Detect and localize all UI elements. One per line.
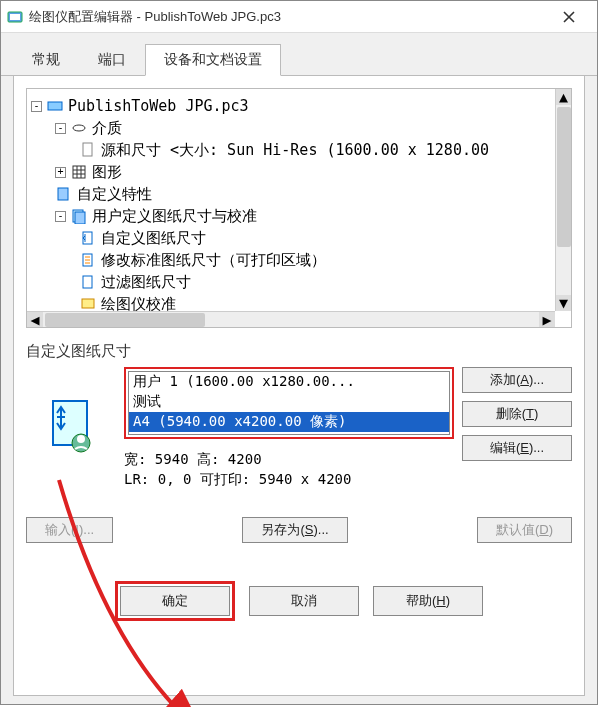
tree-root[interactable]: - PublishToWeb JPG.pc3: [31, 95, 567, 117]
tree-label: 修改标准图纸尺寸（可打印区域）: [101, 249, 326, 271]
plotter-icon: [46, 98, 64, 114]
settings-tree[interactable]: - PublishToWeb JPG.pc3 - 介质 源和尺寸 <大小: Su…: [26, 88, 572, 328]
import-button[interactable]: 输入(I)...: [26, 517, 113, 543]
tree-label: 介质: [92, 117, 122, 139]
close-icon[interactable]: [547, 2, 591, 32]
tree-label: 源和尺寸 <大小: Sun Hi-Res (1600.00 x 1280.00: [101, 139, 489, 161]
paper-edit-icon: [79, 252, 97, 268]
titlebar[interactable]: 绘图仪配置编辑器 - PublishToWeb JPG.pc3: [1, 1, 597, 33]
paper-dimensions-readout: 宽: 5940 高: 4200 LR: 0, 0 可打印: 5940 x 420…: [124, 449, 454, 489]
tree-label: 用户定义图纸尺寸与校准: [92, 205, 257, 227]
tab-bar: 常规 端口 设备和文档设置: [1, 33, 597, 76]
device-settings-panel: - PublishToWeb JPG.pc3 - 介质 源和尺寸 <大小: Su…: [13, 76, 585, 696]
plotter-config-window: 绘图仪配置编辑器 - PublishToWeb JPG.pc3 常规 端口 设备…: [0, 0, 598, 705]
collapse-icon[interactable]: -: [31, 101, 42, 112]
tree-media[interactable]: - 介质: [31, 117, 567, 139]
scroll-left-icon[interactable]: ◀: [27, 312, 43, 328]
ok-button[interactable]: 确定: [120, 586, 230, 616]
props-icon: [55, 186, 73, 202]
page-icon: [79, 142, 97, 158]
cancel-button[interactable]: 取消: [249, 586, 359, 616]
tree-label: 过滤图纸尺寸: [101, 271, 191, 293]
tree-label: 图形: [92, 161, 122, 183]
custom-paper-section-label: 自定义图纸尺寸: [26, 342, 572, 361]
svg-rect-5: [73, 166, 85, 178]
collapse-icon[interactable]: -: [55, 211, 66, 222]
delete-button[interactable]: 删除(T): [462, 401, 572, 427]
tree-label: PublishToWeb JPG.pc3: [68, 95, 249, 117]
svg-point-3: [73, 125, 85, 131]
list-item[interactable]: A4 (5940.00 x4200.00 像素): [129, 412, 449, 432]
ellipse-icon: [70, 120, 88, 136]
app-icon: [7, 9, 23, 25]
paper-group-icon: [70, 208, 88, 224]
pattern-icon: [70, 164, 88, 180]
tree-graphics[interactable]: + 图形: [31, 161, 567, 183]
window-title: 绘图仪配置编辑器 - PublishToWeb JPG.pc3: [29, 8, 281, 26]
tree-horizontal-scrollbar[interactable]: ◀ ▶: [27, 311, 555, 327]
tab-ports[interactable]: 端口: [79, 44, 145, 76]
svg-point-15: [77, 435, 85, 443]
paper-printable-area: LR: 0, 0 可打印: 5940 x 4200: [124, 469, 454, 489]
scroll-right-icon[interactable]: ▶: [539, 312, 555, 328]
paper-width-height: 宽: 5940 高: 4200: [124, 449, 454, 469]
list-item[interactable]: 用户 1 (1600.00 x1280.00...: [129, 372, 449, 392]
svg-rect-12: [82, 299, 94, 308]
tree-custom-props[interactable]: 自定义特性: [31, 183, 567, 205]
tree-source-size[interactable]: 源和尺寸 <大小: Sun Hi-Res (1600.00 x 1280.00: [31, 139, 567, 161]
add-button[interactable]: 添加(A)...: [462, 367, 572, 393]
svg-rect-4: [83, 143, 92, 156]
svg-rect-8: [75, 212, 85, 224]
paper-size-graphic: [26, 367, 116, 489]
svg-rect-2: [48, 102, 62, 110]
svg-rect-11: [83, 276, 92, 288]
scroll-up-icon[interactable]: ▲: [556, 89, 571, 105]
svg-rect-9: [83, 232, 92, 244]
ok-button-callout: 确定: [115, 581, 235, 621]
tree-label: 自定义特性: [77, 183, 152, 205]
save-as-button[interactable]: 另存为(S)...: [242, 517, 347, 543]
tab-device-settings[interactable]: 设备和文档设置: [145, 44, 281, 76]
svg-rect-6: [58, 188, 68, 200]
paper-size-icon: [79, 230, 97, 246]
tree-filter-paper[interactable]: 过滤图纸尺寸: [31, 271, 567, 293]
collapse-icon[interactable]: -: [55, 123, 66, 134]
help-button[interactable]: 帮助(H): [373, 586, 483, 616]
paper-size-listbox[interactable]: 用户 1 (1600.00 x1280.00... 测试 A4 (5940.00…: [128, 371, 450, 435]
tab-general[interactable]: 常规: [13, 44, 79, 76]
calibration-icon: [79, 296, 97, 312]
defaults-button[interactable]: 默认值(D): [477, 517, 572, 543]
tree-user-paper[interactable]: - 用户定义图纸尺寸与校准: [31, 205, 567, 227]
paper-size-listbox-callout: 用户 1 (1600.00 x1280.00... 测试 A4 (5940.00…: [124, 367, 454, 439]
tree-label: 自定义图纸尺寸: [101, 227, 206, 249]
edit-button[interactable]: 编辑(E)...: [462, 435, 572, 461]
expand-icon[interactable]: +: [55, 167, 66, 178]
svg-rect-1: [10, 14, 20, 20]
scroll-down-icon[interactable]: ▼: [556, 295, 571, 311]
tree-custom-paper-size[interactable]: 自定义图纸尺寸: [31, 227, 567, 249]
list-item[interactable]: 测试: [129, 392, 449, 412]
filter-icon: [79, 274, 97, 290]
tree-vertical-scrollbar[interactable]: ▲ ▼: [555, 89, 571, 311]
tree-modify-std[interactable]: 修改标准图纸尺寸（可打印区域）: [31, 249, 567, 271]
